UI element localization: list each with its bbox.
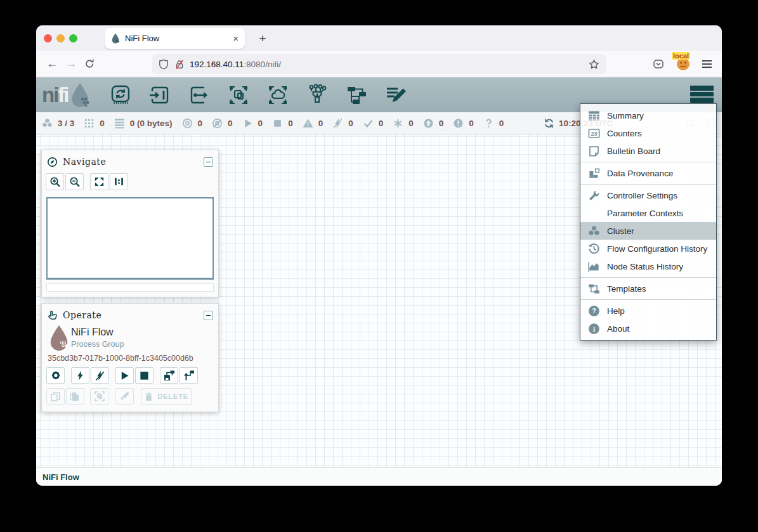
- operate-panel: Operate NiFi Flow Process Group 35cbd3b7…: [41, 303, 219, 412]
- create-template-button[interactable]: [160, 367, 178, 384]
- stopped-icon: [272, 118, 283, 129]
- zoom-fit-icon: [94, 176, 105, 187]
- locally-modified-stale-status: 0: [453, 118, 474, 129]
- birdseye-slider[interactable]: [46, 283, 214, 292]
- locally-modified-count: 0: [408, 119, 414, 128]
- zoom-actual-size-button[interactable]: [110, 173, 128, 190]
- counters-icon: 23: [588, 127, 600, 139]
- active-threads-count: 0: [100, 119, 105, 128]
- selection-type: Process Group: [71, 340, 124, 349]
- operate-collapse-button[interactable]: [204, 311, 213, 320]
- back-button[interactable]: ←: [42, 57, 62, 70]
- paste-button[interactable]: [66, 388, 84, 405]
- remote-process-group-component-icon[interactable]: [266, 84, 289, 107]
- menu-item-help[interactable]: ? Help: [580, 302, 716, 320]
- menu-item-parameter-contexts[interactable]: Parameter Contexts: [580, 204, 716, 222]
- brush-icon: [119, 391, 130, 402]
- cluster-nodes-icon: [42, 118, 53, 129]
- upload-template-button[interactable]: [180, 367, 198, 384]
- birdseye-view[interactable]: [46, 197, 214, 280]
- operate-panel-header: Operate: [42, 306, 218, 324]
- refresh-icon[interactable]: [544, 118, 554, 129]
- menu-divider: [580, 277, 716, 278]
- sync-failure-count: 0: [499, 119, 504, 128]
- processor-component-icon[interactable]: [109, 84, 132, 107]
- start-button[interactable]: [115, 367, 134, 384]
- stale-status: 0: [423, 118, 444, 129]
- process-group-component-icon[interactable]: [227, 84, 250, 107]
- stop-button[interactable]: [135, 367, 154, 384]
- url-bar[interactable]: 192.168.40.11:8080/nifi/: [152, 54, 606, 74]
- window-close-button[interactable]: [44, 34, 52, 42]
- forward-button[interactable]: →: [62, 57, 81, 70]
- template-component-icon[interactable]: [345, 84, 368, 107]
- delete-button[interactable]: DELETE: [141, 388, 192, 405]
- pocket-icon[interactable]: [653, 58, 664, 70]
- menu-item-controller-settings[interactable]: Controller Settings: [580, 186, 716, 204]
- window-zoom-button[interactable]: [69, 34, 77, 42]
- up-to-date-check-icon: [363, 118, 374, 129]
- new-tab-button[interactable]: +: [254, 30, 271, 47]
- zoom-in-button[interactable]: [46, 173, 64, 190]
- menu-divider: [580, 184, 716, 185]
- browser-tab[interactable]: NiFi Flow ×: [105, 28, 245, 49]
- menu-item-data-provenance[interactable]: Data Provenance: [580, 164, 716, 182]
- profile-avatar[interactable]: local: [676, 56, 691, 72]
- tracking-protection-shield-icon[interactable]: [159, 59, 169, 70]
- funnel-component-icon[interactable]: [306, 84, 329, 107]
- profile-badge: local: [672, 52, 690, 60]
- configure-button[interactable]: [46, 367, 65, 384]
- output-port-component-icon[interactable]: [188, 84, 211, 107]
- trash-icon: [144, 392, 154, 401]
- wrench-icon: [588, 190, 600, 202]
- menu-item-flow-configuration-history[interactable]: Flow Configuration History: [580, 240, 716, 257]
- breadcrumb-nifi-flow[interactable]: NiFi Flow: [42, 472, 79, 482]
- zoom-fit-button[interactable]: [90, 173, 108, 190]
- menu-item-about[interactable]: i About: [580, 320, 716, 337]
- bookmark-star-icon[interactable]: [589, 59, 599, 70]
- browser-menu-button[interactable]: [702, 60, 712, 68]
- nav-right-cluster: local: [653, 51, 717, 77]
- running-status: 0: [242, 118, 263, 129]
- menu-item-bulletin-board[interactable]: Bulletin Board: [580, 142, 716, 160]
- locally-modified-stale-icon: [453, 118, 464, 129]
- svg-text:i: i: [593, 325, 595, 332]
- window-minimize-button[interactable]: [56, 34, 65, 42]
- insecure-lock-icon[interactable]: [174, 59, 185, 70]
- menu-item-summary[interactable]: Summary: [580, 107, 716, 124]
- navigate-panel: Navigate: [41, 150, 219, 297]
- stop-square-icon: [139, 370, 150, 381]
- menu-item-cluster[interactable]: Cluster: [580, 222, 716, 240]
- tab-close-icon[interactable]: ×: [233, 34, 239, 43]
- start-play-icon: [119, 370, 130, 381]
- locally-modified-asterisk-icon: [393, 118, 403, 129]
- cluster-cubes-icon: [588, 225, 600, 237]
- fill-color-button[interactable]: [115, 388, 134, 405]
- enable-button[interactable]: [71, 367, 89, 384]
- disabled-status: 0: [332, 118, 353, 129]
- running-count: 0: [258, 119, 263, 128]
- menu-label: Summary: [607, 111, 644, 120]
- menu-item-node-status-history[interactable]: Node Status History: [580, 257, 716, 275]
- menu-label: Bulletin Board: [607, 146, 660, 156]
- copy-button[interactable]: [46, 388, 65, 405]
- running-icon: [242, 118, 253, 129]
- navigate-collapse-button[interactable]: [204, 157, 213, 167]
- menu-item-counters[interactable]: 23 Counters: [580, 124, 716, 142]
- url-text[interactable]: 192.168.40.11:8080/nifi/: [190, 60, 589, 69]
- group-button[interactable]: [90, 388, 108, 405]
- disable-button[interactable]: [91, 367, 109, 384]
- label-component-icon[interactable]: [384, 84, 407, 107]
- input-port-component-icon[interactable]: [148, 84, 171, 107]
- menu-label: Templates: [607, 284, 646, 294]
- selection-name: NiFi Flow: [71, 327, 114, 338]
- blank-icon-slot: [588, 207, 600, 219]
- zoom-out-button[interactable]: [65, 173, 84, 190]
- nifi-favicon-icon: [111, 33, 120, 44]
- reload-button[interactable]: [84, 58, 95, 69]
- menu-item-templates[interactable]: Templates: [580, 280, 716, 297]
- invalid-count: 0: [318, 119, 323, 128]
- component-buttons: [109, 84, 407, 107]
- nifi-global-menu-button[interactable]: [690, 86, 714, 102]
- selection-id[interactable]: 35cbd3b7-017b-1000-8bff-1c3405c00d6b: [48, 354, 193, 363]
